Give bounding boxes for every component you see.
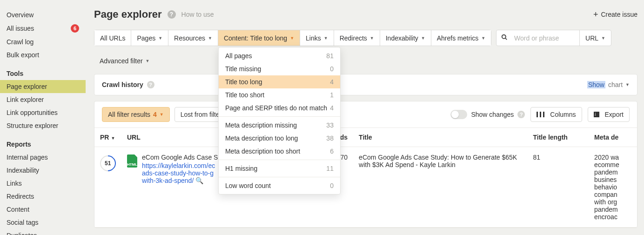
filter-bar: All URLs Pages▼ Resources▼ Content: Titl…: [94, 30, 637, 50]
dd-label: Title missing: [225, 65, 261, 73]
main: Page explorer ? How to use + Create issu…: [86, 0, 644, 235]
dd-count: 4: [330, 104, 334, 112]
nav-label: Social tags: [7, 219, 38, 226]
filter-label: Resources: [174, 34, 205, 42]
help-icon[interactable]: ?: [168, 10, 176, 19]
create-issue-button[interactable]: + Create issue: [593, 10, 637, 19]
inspect-icon[interactable]: 🔍: [195, 177, 203, 184]
reports-heading: Reports: [0, 132, 86, 151]
col-title[interactable]: Title: [353, 128, 527, 147]
chip-count: 4: [153, 111, 157, 118]
nav-link-explorer[interactable]: Link explorer: [0, 93, 86, 106]
help-icon[interactable]: ?: [147, 81, 154, 88]
chevron-down-icon: ▼: [160, 112, 164, 117]
url-text: https://kaylelarkin.com/ec ads-case-stud…: [142, 162, 215, 184]
row-title: eCom Google Ads Case Study: How to Gener…: [353, 147, 527, 228]
dd-separator: [219, 160, 340, 160]
nav-link-opportunities[interactable]: Link opportunities: [0, 106, 86, 119]
col-title-length[interactable]: Title length: [528, 128, 589, 147]
dd-count: 4: [330, 78, 334, 86]
nav-page-explorer[interactable]: Page explorer: [0, 80, 86, 93]
chevron-down-icon: ▼: [421, 36, 425, 40]
search-input[interactable]: [510, 30, 579, 46]
dd-all-pages[interactable]: All pages81: [219, 49, 340, 62]
filter-ahrefs[interactable]: Ahrefs metrics▼: [431, 30, 491, 46]
filter-indexability[interactable]: Indexability▼: [380, 30, 431, 46]
col-meta[interactable]: Meta de: [589, 128, 637, 147]
dd-label: Meta description missing: [225, 121, 297, 129]
dd-label: Page and SERP titles do not match: [225, 104, 327, 112]
search-scope-url[interactable]: URL▼: [579, 30, 611, 46]
show-changes-toggle[interactable]: Show changes ?: [450, 110, 525, 119]
crawl-history-label: Crawl history: [102, 81, 143, 88]
nav-all-issues[interactable]: All issues 6: [0, 21, 86, 35]
dd-h1-missing[interactable]: H1 missing11: [219, 162, 340, 175]
nav-label: Structure explorer: [7, 122, 58, 129]
show-chart-toggle[interactable]: Show chart ▼: [587, 81, 630, 88]
nav-overview[interactable]: Overview: [0, 8, 86, 21]
how-to-use-link[interactable]: How to use: [181, 11, 214, 18]
dd-meta-too-long[interactable]: Meta description too long38: [219, 132, 340, 145]
filter-label: Indexability: [386, 34, 418, 42]
dd-meta-too-short[interactable]: Meta description too short6: [219, 145, 340, 158]
nav-bulk-export[interactable]: Bulk export: [0, 48, 86, 61]
dd-count: 1: [330, 91, 334, 99]
col-label: Title: [359, 134, 372, 141]
advanced-filter[interactable]: Advanced filter ▼: [94, 54, 155, 68]
export-button[interactable]: Export: [588, 107, 630, 122]
columns-icon: [537, 112, 544, 117]
table-row[interactable]: 51 HTML eCom Google Ads Case S https://k…: [94, 147, 637, 228]
nav-label: Duplicates: [7, 232, 37, 235]
chevron-down-icon: ▼: [208, 36, 212, 40]
nav-content[interactable]: Content: [0, 203, 86, 216]
nav-duplicates[interactable]: Duplicates: [0, 229, 86, 235]
dd-title-too-long[interactable]: Title too long4: [219, 75, 340, 88]
chevron-down-icon: ▼: [290, 36, 294, 40]
nav-links[interactable]: Links: [0, 177, 86, 190]
sort-desc-icon: ▼: [111, 136, 115, 141]
dd-low-word-count[interactable]: Low word count0: [219, 179, 340, 192]
filter-pages[interactable]: Pages▼: [131, 30, 168, 46]
filter-label: Redirects: [340, 34, 367, 42]
page-header: Page explorer ? How to use + Create issu…: [94, 8, 637, 20]
nav-crawl-log[interactable]: Crawl log: [0, 35, 86, 48]
nav-label: Crawl log: [7, 38, 34, 46]
nav-label: Page explorer: [7, 83, 47, 90]
nav-structure-explorer[interactable]: Structure explorer: [0, 119, 86, 132]
chevron-down-icon: ▼: [481, 36, 485, 40]
dd-meta-missing[interactable]: Meta description missing33: [219, 119, 340, 132]
filter-links[interactable]: Links▼: [300, 30, 334, 46]
nav-social-tags[interactable]: Social tags: [0, 216, 86, 229]
filter-resources[interactable]: Resources▼: [168, 30, 218, 46]
all-filter-results-chip[interactable]: All filter results 4 ▼: [102, 107, 170, 122]
row-url[interactable]: https://kaylelarkin.com/ec ads-case-stud…: [142, 162, 218, 184]
adv-filter-label: Advanced filter: [100, 57, 143, 65]
chevron-down-icon: ▼: [146, 59, 150, 63]
dd-serp-mismatch[interactable]: Page and SERP titles do not match4: [219, 101, 340, 114]
nav-internal-pages[interactable]: Internal pages: [0, 151, 86, 164]
dd-label: All pages: [225, 52, 252, 60]
nav-label: Bulk export: [7, 51, 39, 59]
dd-title-missing[interactable]: Title missing0: [219, 62, 340, 75]
col-pr[interactable]: PR▼: [94, 128, 121, 147]
nav-indexability[interactable]: Indexability: [0, 164, 86, 177]
nav-label: Content: [7, 206, 29, 213]
col-label: Title length: [533, 134, 568, 141]
columns-button[interactable]: Columns: [530, 107, 582, 122]
filter-redirects[interactable]: Redirects▼: [334, 30, 380, 46]
filter-content[interactable]: Content: Title too long ▼ All pages81 Ti…: [218, 30, 300, 46]
show-label: Show: [587, 81, 605, 88]
help-icon[interactable]: ?: [517, 111, 525, 118]
page-title: Page explorer: [94, 8, 162, 20]
nav-redirects[interactable]: Redirects: [0, 190, 86, 203]
dd-count: 0: [330, 65, 334, 73]
search-icon: [496, 30, 510, 46]
dd-title-too-short[interactable]: Title too short1: [219, 88, 340, 101]
dd-label: H1 missing: [225, 165, 257, 172]
filter-all-urls[interactable]: All URLs: [94, 30, 131, 46]
filter-label: Ahrefs metrics: [437, 34, 478, 42]
dd-separator: [219, 116, 340, 117]
chevron-down-icon: ▼: [158, 36, 162, 40]
toggle-switch[interactable]: [450, 110, 467, 119]
sidebar: Overview All issues 6 Crawl log Bulk exp…: [0, 0, 86, 235]
